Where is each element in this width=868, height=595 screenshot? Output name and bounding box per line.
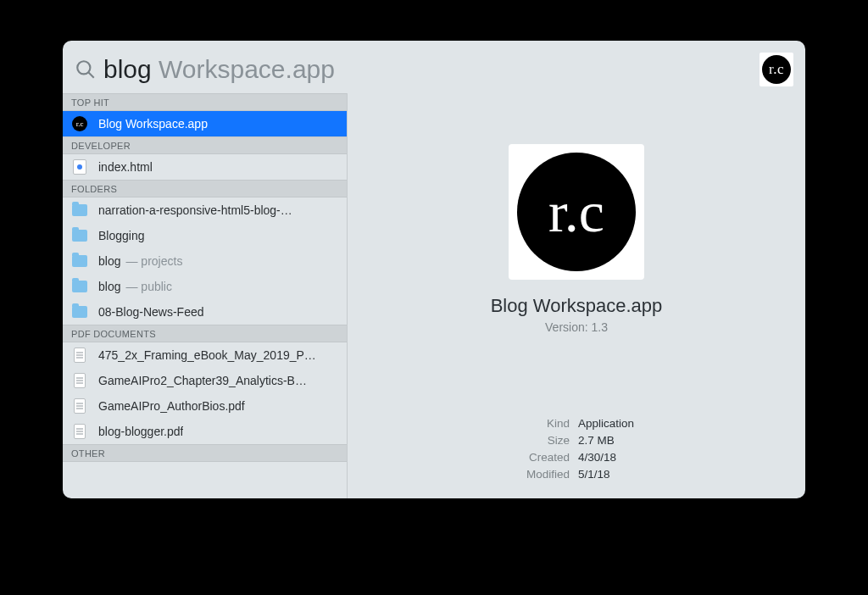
result-row[interactable]: blog — public: [63, 274, 347, 299]
search-typed-text: blog: [103, 55, 152, 83]
preview-pane: r.c Blog Workspace.app Version: 1.3 Kind…: [348, 93, 805, 498]
result-label: blog: [98, 280, 120, 293]
spotlight-panel: blog Workspace.app r.c TOP HITr.cBlog Wo…: [63, 41, 805, 498]
result-row[interactable]: 08-Blog-News-Feed: [63, 299, 347, 325]
document-icon: [71, 372, 88, 389]
search-row: blog Workspace.app r.c: [63, 41, 805, 93]
document-icon: [71, 398, 88, 414]
meta-key: Created: [348, 449, 576, 466]
search-icon: [75, 58, 97, 81]
result-path-suffix: — public: [125, 280, 171, 293]
section-header: DEVELOPER: [63, 136, 347, 154]
preview-app-icon: r.c: [509, 144, 644, 280]
meta-key: Modified: [348, 466, 576, 483]
app-icon: r.c: [71, 115, 88, 132]
result-row[interactable]: Blogging: [63, 223, 347, 248]
result-row[interactable]: blog — projects: [63, 248, 347, 274]
section-header: PDF DOCUMENTS: [63, 325, 347, 342]
svg-line-1: [88, 72, 94, 78]
rc-badge-large-icon: r.c: [517, 153, 636, 271]
folder-icon: [71, 227, 88, 244]
result-label: index.html: [98, 160, 153, 174]
result-label: blog-blogger.pdf: [98, 425, 183, 438]
meta-key: Kind: [348, 415, 576, 432]
result-label: narration-a-responsive-html5-blog-…: [98, 203, 292, 217]
result-label: GameAIPro2_Chapter39_Analytics-B…: [98, 374, 307, 387]
result-row[interactable]: GameAIPro2_Chapter39_Analytics-B…: [63, 368, 347, 393]
folder-icon: [71, 253, 88, 270]
result-row[interactable]: blog-blogger.pdf: [63, 419, 347, 444]
folder-icon: [71, 202, 88, 219]
result-row[interactable]: 475_2x_Framing_eBook_May_2019_P…: [63, 342, 347, 368]
meta-key: Size: [348, 432, 576, 449]
meta-row: Created4/30/18: [348, 449, 805, 466]
search-input[interactable]: blog Workspace.app: [97, 55, 760, 84]
section-header: OTHER: [63, 444, 347, 462]
result-row[interactable]: r.cBlog Workspace.app: [63, 111, 347, 136]
section-header: FOLDERS: [63, 180, 347, 197]
result-path-suffix: — projects: [125, 254, 182, 268]
preview-title: Blog Workspace.app: [491, 295, 663, 317]
document-icon: [71, 423, 88, 440]
result-label: GameAIPro_AuthorBios.pdf: [98, 399, 245, 413]
meta-value: 5/1/18: [576, 466, 805, 483]
meta-row: KindApplication: [348, 415, 805, 432]
meta-value: 4/30/18: [576, 449, 805, 466]
result-label: 08-Blog-News-Feed: [98, 305, 204, 319]
document-icon: [71, 347, 88, 364]
result-label: blog: [98, 254, 120, 268]
preview-version: Version: 1.3: [545, 320, 608, 334]
folder-icon: [71, 278, 88, 295]
result-row[interactable]: GameAIPro_AuthorBios.pdf: [63, 393, 347, 419]
svg-point-0: [77, 61, 90, 74]
result-row[interactable]: narration-a-responsive-html5-blog-…: [63, 197, 347, 223]
content-area: TOP HITr.cBlog Workspace.appDEVELOPERind…: [63, 93, 805, 498]
preview-metadata: KindApplicationSize2.7 MBCreated4/30/18M…: [348, 415, 805, 498]
meta-row: Modified5/1/18: [348, 466, 805, 483]
search-completion-text: Workspace.app: [152, 55, 335, 83]
meta-value: 2.7 MB: [576, 432, 805, 449]
result-label: 475_2x_Framing_eBook_May_2019_P…: [98, 348, 316, 362]
selected-app-icon: r.c: [760, 53, 793, 86]
result-label: Blog Workspace.app: [98, 117, 208, 131]
result-row[interactable]: index.html: [63, 154, 347, 180]
meta-value: Application: [576, 415, 805, 432]
section-header: TOP HIT: [63, 93, 347, 111]
results-list[interactable]: TOP HITr.cBlog Workspace.appDEVELOPERind…: [63, 93, 348, 498]
html-file-icon: [71, 158, 88, 175]
folder-icon: [71, 303, 88, 320]
meta-row: Size2.7 MB: [348, 432, 805, 449]
rc-badge-icon: r.c: [762, 55, 791, 84]
result-label: Blogging: [98, 229, 145, 242]
